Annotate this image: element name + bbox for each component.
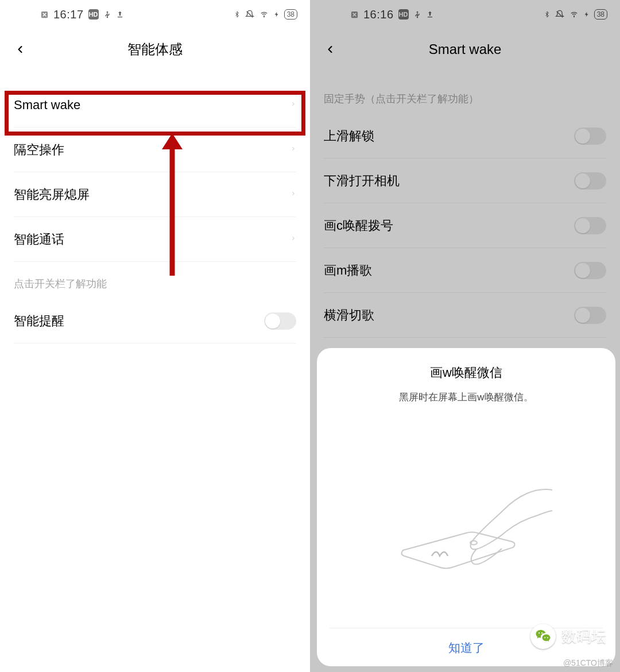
mute-bell-icon <box>245 10 254 19</box>
page-title: Smart wake <box>429 41 502 57</box>
row-smart-screen[interactable]: 智能亮屏熄屏 <box>0 172 310 217</box>
chevron-right-icon <box>290 99 296 111</box>
battery-indicator: 38 <box>594 9 607 20</box>
hd-badge-icon: HD <box>398 9 409 20</box>
row-swipe-down-camera[interactable]: 下滑打开相机 <box>310 159 620 203</box>
source-brand: 数码坛 <box>530 624 606 649</box>
svg-point-5 <box>574 17 574 17</box>
usb-icon <box>413 10 421 19</box>
popup-description: 黑屏时在屏幕上画w唤醒微信。 <box>399 391 533 404</box>
row-label: 上滑解锁 <box>324 128 374 145</box>
mute-bell-icon <box>555 10 564 19</box>
charge-icon <box>584 10 590 19</box>
row-label: Smart wake <box>14 98 80 113</box>
toggle-switch[interactable] <box>574 307 606 324</box>
bluetooth-icon <box>544 9 551 20</box>
watermark-text: @51CTO博客 <box>563 658 613 669</box>
wifi-icon <box>259 10 269 18</box>
row-smart-wake[interactable]: Smart wake <box>0 83 310 128</box>
popup-title: 画w唤醒微信 <box>430 364 502 381</box>
toggle-switch[interactable] <box>574 217 606 234</box>
toggle-switch[interactable] <box>574 262 606 279</box>
upload-icon <box>426 10 434 19</box>
row-label: 智能亮屏熄屏 <box>14 186 90 203</box>
row-h-swipe-song[interactable]: 横滑切歌 <box>310 293 620 338</box>
row-smart-reminder[interactable]: 智能提醒 <box>0 299 310 343</box>
header: 智能体感 <box>0 29 310 70</box>
row-label: 下滑打开相机 <box>324 172 400 190</box>
usb-icon <box>103 10 111 19</box>
row-label: 画c唤醒拨号 <box>324 217 393 234</box>
brand-label: 数码坛 <box>561 627 606 647</box>
gesture-info-popup: 画w唤醒微信 黑屏时在屏幕上画w唤醒微信。 知道了 <box>317 348 615 666</box>
close-icon <box>40 10 49 19</box>
status-time: 16:17 <box>53 8 84 21</box>
status-time: 16:16 <box>363 8 394 21</box>
bluetooth-icon <box>234 9 241 20</box>
toggle-switch[interactable] <box>574 128 606 145</box>
row-label: 画m播歌 <box>324 262 372 279</box>
row-label: 横滑切歌 <box>324 307 374 324</box>
battery-indicator: 38 <box>284 9 297 20</box>
row-label: 隔空操作 <box>14 141 64 159</box>
battery-level: 38 <box>287 10 294 18</box>
back-button[interactable] <box>11 41 29 58</box>
battery-level: 38 <box>597 10 604 18</box>
wifi-icon <box>569 10 579 18</box>
status-bar: 16:16 HD <box>310 0 620 29</box>
section-label: 点击开关栏了解功能 <box>0 262 310 299</box>
upload-icon <box>116 10 124 19</box>
back-button[interactable] <box>321 41 339 58</box>
row-label: 智能提醒 <box>14 312 64 330</box>
toggle-switch[interactable] <box>574 172 606 190</box>
gestures-list: 固定手势（点击开关栏了解功能） 上滑解锁 下滑打开相机 画c唤醒拨号 <box>310 77 620 338</box>
gesture-illustration-icon <box>330 404 603 628</box>
hd-badge-icon: HD <box>88 9 99 20</box>
charge-icon <box>274 10 280 19</box>
close-icon <box>350 10 359 19</box>
screen-left: 16:17 HD <box>0 0 310 672</box>
row-air-gesture[interactable]: 隔空操作 <box>0 128 310 172</box>
row-draw-c-dial[interactable]: 画c唤醒拨号 <box>310 203 620 248</box>
chevron-right-icon <box>290 144 296 156</box>
chevron-right-icon <box>290 189 296 200</box>
toggle-switch[interactable] <box>264 312 296 330</box>
header: Smart wake <box>310 29 620 70</box>
row-draw-m-music[interactable]: 画m播歌 <box>310 248 620 293</box>
svg-point-1 <box>264 17 264 17</box>
chevron-right-icon <box>290 234 296 245</box>
status-bar: 16:17 HD <box>0 0 310 29</box>
settings-list: Smart wake 隔空操作 智能亮屏熄屏 智能通话 <box>0 77 310 343</box>
row-label: 智能通话 <box>14 231 64 248</box>
wechat-icon <box>530 624 556 649</box>
row-smart-call[interactable]: 智能通话 <box>0 217 310 262</box>
page-title: 智能体感 <box>127 40 183 59</box>
section-label: 固定手势（点击开关栏了解功能） <box>310 77 620 114</box>
row-swipe-up-unlock[interactable]: 上滑解锁 <box>310 114 620 159</box>
